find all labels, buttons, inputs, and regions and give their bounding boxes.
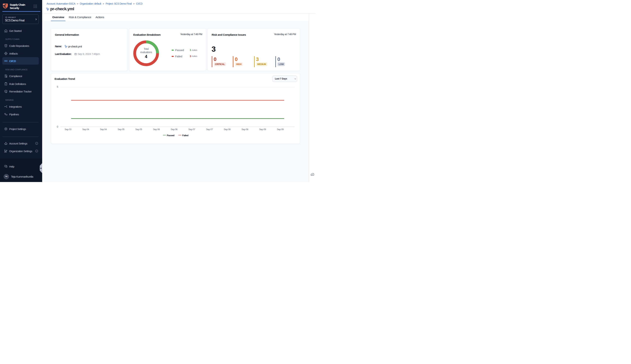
svg-text:4: 4 — [145, 54, 147, 59]
svg-text:Total: Total — [144, 48, 149, 50]
svg-text:evaluations: evaluations — [140, 51, 152, 54]
